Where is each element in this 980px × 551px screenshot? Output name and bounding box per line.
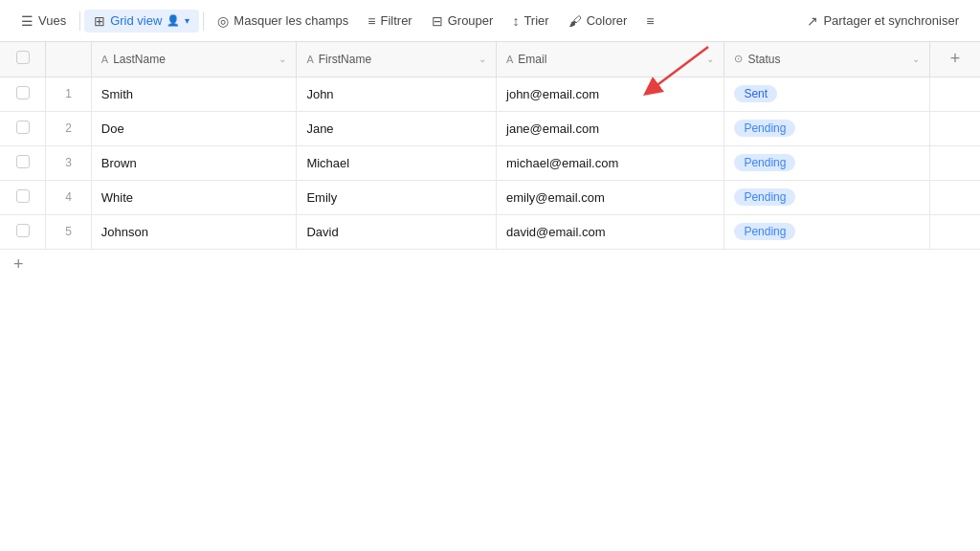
lastname-header[interactable]: A LastName ⌄ [91,42,297,77]
lastname-cell: Doe [91,111,297,145]
sort-label: Trier [523,13,548,28]
group-icon: ⊟ [432,13,443,29]
rows-icon: ≡ [646,13,654,29]
table-row: 4WhiteEmilyemily@email.comPending [0,180,980,214]
firstname-cell: John [297,77,497,111]
grid-view-button[interactable]: ⊞ Grid view 👤 ▾ [84,10,199,33]
header-checkbox[interactable] [16,51,30,64]
hide-fields-button[interactable]: ◎ Masquer les champs [208,10,358,33]
toolbar-divider-2 [203,11,204,31]
status-badge: Pending [734,188,795,206]
add-col-cell [929,77,980,111]
filter-button[interactable]: ≡ Filtrer [358,10,421,33]
row-number: 1 [46,77,92,111]
firstname-cell: Michael [297,145,497,180]
status-header[interactable]: ⊙ Status ⌄ [724,42,930,77]
data-table: A LastName ⌄ A FirstName ⌄ [0,42,980,250]
sort-chevron-icon-2: ⌄ [479,54,486,64]
group-button[interactable]: ⊟ Grouper [422,10,503,33]
text-type-icon: A [101,54,108,65]
status-badge: Pending [734,120,795,137]
table-body: 1SmithJohnjohn@email.comSent2DoeJanejane… [0,77,980,249]
color-label: Colorer [587,13,628,28]
sort-button[interactable]: ↕ Trier [502,10,558,33]
table-row: 2DoeJanejane@email.comPending [0,111,980,145]
row-checkbox[interactable] [16,224,30,237]
sort-chevron-icon-3: ⌄ [706,54,714,64]
row-checkbox[interactable] [16,86,30,99]
filter-icon: ≡ [368,13,375,29]
table-wrapper: A LastName ⌄ A FirstName ⌄ [0,42,980,551]
add-col-cell [929,111,980,145]
firstname-header[interactable]: A FirstName ⌄ [297,42,497,77]
row-checkbox-cell[interactable] [0,180,46,214]
table-row: 3BrownMichaelmichael@email.comPending [0,145,980,180]
add-col-cell [929,214,980,249]
lastname-header-label: LastName [113,53,166,66]
table-row: 5JohnsonDaviddavid@email.comPending [0,214,980,249]
status-cell: Pending [724,111,930,145]
row-checkbox[interactable] [16,155,30,168]
grid-view-label: Grid view [110,13,162,28]
row-checkbox[interactable] [16,121,30,134]
color-button[interactable]: 🖌 Colorer [559,10,637,33]
row-number: 2 [46,111,92,145]
table-container: A LastName ⌄ A FirstName ⌄ [0,42,980,551]
add-column-header[interactable]: + [929,42,980,77]
table-row: 1SmithJohnjohn@email.comSent [0,77,980,111]
text-type-icon-3: A [506,54,513,65]
hide-fields-label: Masquer les champs [234,13,348,28]
row-checkbox-cell[interactable] [0,77,46,111]
chevron-down-icon: ▾ [185,15,189,26]
email-cell: emily@email.com [497,180,724,214]
table-header-row: A LastName ⌄ A FirstName ⌄ [0,42,980,77]
sort-chevron-icon-4: ⌄ [912,54,920,64]
add-row-icon[interactable]: + [13,254,24,275]
rows-button[interactable]: ≡ [636,10,663,33]
status-badge: Pending [734,223,795,240]
row-number: 4 [46,180,92,214]
email-header-label: Email [518,53,546,66]
hamburger-icon: ☰ [21,13,33,29]
email-cell: john@email.com [497,77,724,111]
email-header[interactable]: A Email ⌄ [497,42,724,77]
row-checkbox[interactable] [16,189,30,203]
status-type-icon: ⊙ [734,53,743,65]
vues-button[interactable]: ☰ Vues [11,10,76,33]
firstname-cell: Emily [297,180,497,214]
status-header-label: Status [747,53,780,66]
status-cell: Pending [724,145,930,180]
add-col-cell [929,180,980,214]
toolbar: ☰ Vues ⊞ Grid view 👤 ▾ ◎ Masquer les cha… [0,0,980,42]
firstname-cell: Jane [297,111,497,145]
lastname-cell: Smith [91,77,297,111]
status-cell: Pending [724,214,930,249]
add-row-button[interactable]: + [0,250,980,280]
person-icon: 👤 [167,14,180,27]
rownum-header [46,42,92,77]
toolbar-divider-1 [79,11,80,31]
sort-icon: ↕ [512,13,519,29]
email-cell: jane@email.com [497,111,724,145]
row-number: 3 [46,145,92,180]
share-label: Partager et synchroniser [823,13,959,28]
share-button[interactable]: ↗ Partager et synchroniser [797,10,969,33]
grid-icon: ⊞ [94,13,105,29]
eye-icon: ◎ [217,13,229,29]
status-cell: Pending [724,180,930,214]
checkbox-header[interactable] [0,42,46,77]
vues-label: Vues [38,13,66,28]
firstname-header-label: FirstName [319,53,371,66]
row-checkbox-cell[interactable] [0,111,46,145]
row-number: 5 [46,214,92,249]
share-icon: ↗ [807,13,818,29]
sort-chevron-icon: ⌄ [278,54,286,64]
email-cell: michael@email.com [497,145,724,180]
filter-label: Filtrer [380,13,412,28]
add-column-icon[interactable]: + [950,49,961,68]
lastname-cell: Brown [91,145,297,180]
row-checkbox-cell[interactable] [0,145,46,180]
status-badge: Sent [734,85,777,102]
row-checkbox-cell[interactable] [0,214,46,249]
email-cell: david@email.com [497,214,724,249]
